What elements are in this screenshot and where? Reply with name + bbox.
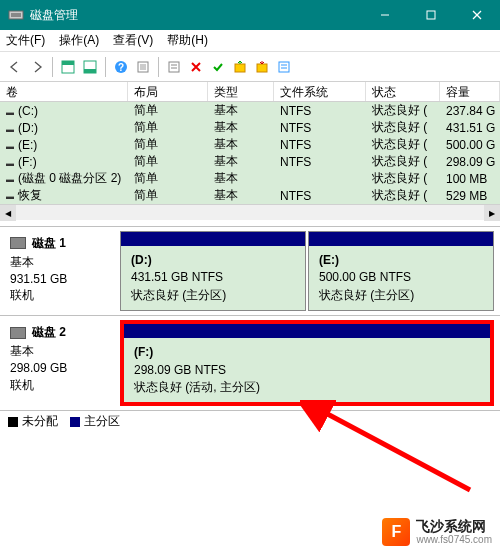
col-filesystem[interactable]: 文件系统 [274,82,366,101]
svg-rect-19 [279,62,289,72]
watermark-logo-icon: F [382,518,410,546]
swatch-black-icon [8,417,18,427]
table-row[interactable]: ▬(F:)简单基本NTFS状态良好 (298.09 G [0,153,500,170]
folder-up-icon[interactable] [231,58,249,76]
volume-table-header: 卷 布局 类型 文件系统 状态 容量 [0,82,500,102]
disk-icon [10,327,26,339]
disk-label[interactable]: 磁盘 1基本931.51 GB联机 [0,227,120,315]
h-scrollbar[interactable]: ◀ ▶ [0,204,500,220]
disk-icon [10,237,26,249]
separator [158,57,159,77]
back-icon[interactable] [6,58,24,76]
svg-rect-17 [235,64,245,72]
svg-rect-13 [140,64,146,70]
folder-down-icon[interactable] [253,58,271,76]
table-row[interactable]: ▬(C:)简单基本NTFS状态良好 (237.84 G [0,102,500,119]
disk-label[interactable]: 磁盘 2基本298.09 GB联机 [0,316,120,410]
svg-rect-9 [84,69,96,73]
legend-primary: 主分区 [70,413,120,430]
col-type[interactable]: 类型 [208,82,274,101]
scroll-left-icon[interactable]: ◀ [0,205,16,221]
separator [52,57,53,77]
menu-action[interactable]: 操作(A) [59,32,99,49]
col-status[interactable]: 状态 [366,82,440,101]
col-capacity[interactable]: 容量 [440,82,500,101]
svg-text:?: ? [118,62,124,73]
list-icon[interactable] [275,58,293,76]
window-titlebar: 磁盘管理 [0,0,500,30]
partition[interactable]: (D:)431.51 GB NTFS状态良好 (主分区) [120,231,306,311]
help-icon[interactable]: ? [112,58,130,76]
table-row[interactable]: ▬恢复简单基本NTFS状态良好 (529 MB [0,187,500,204]
svg-rect-7 [62,61,74,65]
watermark: F 飞沙系统网 www.fs0745.com [382,518,492,546]
col-volume[interactable]: 卷 [0,82,128,101]
window-title: 磁盘管理 [30,7,362,24]
table-row[interactable]: ▬(E:)简单基本NTFS状态良好 (500.00 G [0,136,500,153]
view-bottom-icon[interactable] [81,58,99,76]
disk-graphical-pane: 磁盘 1基本931.51 GB联机(D:)431.51 GB NTFS状态良好 … [0,226,500,410]
partition[interactable]: (F:)298.09 GB NTFS状态良好 (活动, 主分区) [120,320,494,406]
col-layout[interactable]: 布局 [128,82,208,101]
svg-rect-18 [257,64,267,72]
menu-view[interactable]: 查看(V) [113,32,153,49]
legend: 未分配 主分区 [0,410,500,432]
properties-icon[interactable] [165,58,183,76]
partition-bar [309,232,493,246]
svg-rect-3 [427,11,435,19]
separator [105,57,106,77]
minimize-button[interactable] [362,0,408,30]
scroll-right-icon[interactable]: ▶ [484,205,500,221]
toolbar: ? [0,52,500,82]
maximize-button[interactable] [408,0,454,30]
volume-table-body: ▬(C:)简单基本NTFS状态良好 (237.84 G▬(D:)简单基本NTFS… [0,102,500,204]
table-row[interactable]: ▬(D:)简单基本NTFS状态良好 (431.51 G [0,119,500,136]
view-top-icon[interactable] [59,58,77,76]
close-button[interactable] [454,0,500,30]
menu-file[interactable]: 文件(F) [6,32,45,49]
svg-rect-1 [11,13,21,17]
app-icon [8,7,24,23]
disk-row: 磁盘 2基本298.09 GB联机(F:)298.09 GB NTFS状态良好 … [0,315,500,410]
partition[interactable]: (E:)500.00 GB NTFS状态良好 (主分区) [308,231,494,311]
table-row[interactable]: ▬(磁盘 0 磁盘分区 2)简单基本状态良好 (100 MB [0,170,500,187]
menu-help[interactable]: 帮助(H) [167,32,208,49]
watermark-text: 飞沙系统网 www.fs0745.com [416,519,492,545]
partition-bar [121,232,305,246]
swatch-navy-icon [70,417,80,427]
forward-icon[interactable] [28,58,46,76]
disk-row: 磁盘 1基本931.51 GB联机(D:)431.51 GB NTFS状态良好 … [0,226,500,315]
partition-bar [124,324,490,338]
svg-rect-14 [169,62,179,72]
check-icon[interactable] [209,58,227,76]
menu-bar: 文件(F) 操作(A) 查看(V) 帮助(H) [0,30,500,52]
legend-unallocated: 未分配 [8,413,58,430]
delete-icon[interactable] [187,58,205,76]
refresh-icon[interactable] [134,58,152,76]
